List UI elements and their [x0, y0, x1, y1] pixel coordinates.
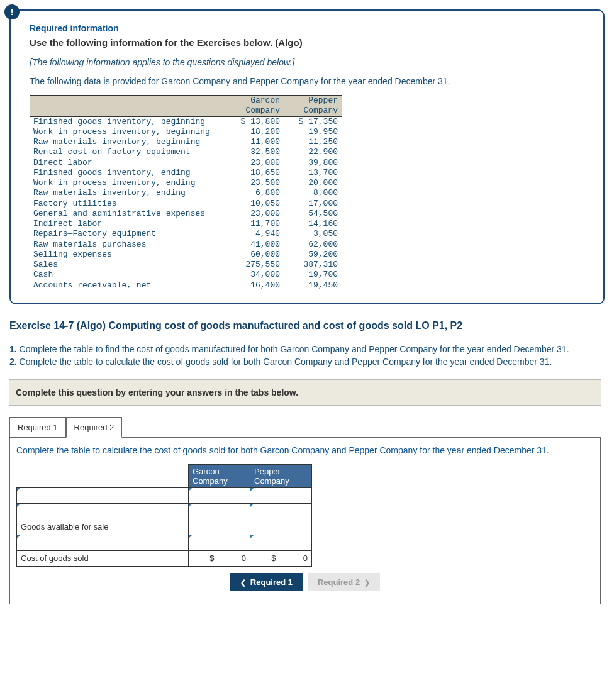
row-cogs-label: Cost of goods sold	[17, 550, 189, 566]
data-row-garcon: 275,550	[226, 260, 284, 270]
data-row-pepper: 20,000	[284, 178, 342, 188]
use-info-heading: Use the following information for the Ex…	[30, 37, 588, 48]
instruction-banner: Complete this question by entering your …	[9, 379, 601, 406]
data-row-label: Accounts receivable, net	[30, 281, 226, 291]
data-row-garcon: 32,500	[226, 147, 284, 157]
row-gafs-label: Goods available for sale	[17, 519, 189, 535]
data-row-label: Indirect labor	[30, 219, 226, 229]
data-row-garcon: 34,000	[226, 270, 284, 280]
data-row-pepper: 54,500	[284, 209, 342, 219]
data-row-label: Work in process inventory, ending	[30, 178, 226, 188]
exercise-title: Exercise 14-7 (Algo) Computing cost of g…	[9, 320, 605, 331]
tab-required-1[interactable]: Required 1	[9, 417, 66, 438]
data-row-garcon: 11,700	[226, 219, 284, 229]
prev-button[interactable]: ❮ Required 1	[230, 573, 303, 591]
instruction-2: 2. Complete the table to calculate the c…	[9, 357, 605, 367]
data-row-label: Repairs—Factory equipment	[30, 229, 226, 239]
data-row-pepper: 387,310	[284, 260, 342, 270]
data-row-pepper: 39,800	[284, 158, 342, 168]
data-row-garcon: 18,200	[226, 127, 284, 137]
garcon-gafs	[189, 519, 250, 535]
th-garcon: Garcon Company	[189, 464, 250, 487]
data-row-pepper: 17,000	[284, 199, 342, 209]
data-row-label: Factory utilities	[30, 199, 226, 209]
cogs-table: Garcon Company Pepper Company Goods avai…	[16, 464, 312, 567]
data-row-garcon: 41,000	[226, 240, 284, 250]
data-row-garcon: 10,050	[226, 199, 284, 209]
data-row-label: Sales	[30, 260, 226, 270]
pepper-input-2[interactable]	[250, 503, 312, 519]
data-row-pepper: 13,700	[284, 168, 342, 178]
pepper-cogs-value: $ 0	[250, 550, 312, 566]
data-row-garcon: 23,000	[226, 158, 284, 168]
data-row-pepper: 14,160	[284, 219, 342, 229]
data-row-label: Finished goods inventory, ending	[30, 168, 226, 178]
data-row-pepper: 19,450	[284, 281, 342, 291]
data-row-garcon: 60,000	[226, 250, 284, 260]
data-row-pepper: 59,200	[284, 250, 342, 260]
tab-description: Complete the table to calculate the cost…	[16, 445, 594, 455]
pepper-gafs	[250, 519, 312, 535]
col-pepper: PepperCompany	[284, 95, 342, 117]
data-row-pepper: 22,900	[284, 147, 342, 157]
chevron-right-icon: ❯	[364, 579, 370, 586]
data-row-pepper: 19,950	[284, 127, 342, 137]
row-label-input-3[interactable]	[17, 535, 189, 550]
tab-row: Required 1Required 2	[9, 417, 601, 438]
th-pepper: Pepper Company	[250, 464, 312, 487]
pepper-input-3[interactable]	[250, 535, 312, 550]
info-panel: ! Required information Use the following…	[9, 9, 605, 304]
data-row-label: Finished goods inventory, beginning	[30, 117, 226, 127]
required-info-label: Required information	[30, 23, 588, 33]
data-row-pepper: 8,000	[284, 188, 342, 198]
garcon-input-2[interactable]	[189, 503, 250, 519]
divider	[30, 52, 588, 52]
data-row-garcon: 23,000	[226, 209, 284, 219]
next-button[interactable]: Required 2 ❯	[308, 573, 380, 591]
data-row-label: Cash	[30, 270, 226, 280]
garcon-cogs-value: $ 0	[189, 550, 250, 566]
data-row-garcon: 23,500	[226, 178, 284, 188]
data-row-label: Raw materials inventory, beginning	[30, 137, 226, 147]
intro-text: The following data is provided for Garco…	[30, 76, 588, 86]
data-row-garcon: 18,650	[226, 168, 284, 178]
data-row-label: Direct labor	[30, 158, 226, 168]
data-row-pepper: $ 17,350	[284, 117, 342, 127]
data-row-label: Work in process inventory, beginning	[30, 127, 226, 137]
row-label-input-2[interactable]	[17, 503, 189, 519]
data-row-garcon: 16,400	[226, 281, 284, 291]
data-row-garcon: 4,940	[226, 229, 284, 239]
data-row-pepper: 3,050	[284, 229, 342, 239]
data-row-pepper: 11,250	[284, 137, 342, 147]
tab-content: Complete the table to calculate the cost…	[9, 437, 601, 604]
chevron-left-icon: ❮	[240, 579, 246, 586]
data-row-garcon: 6,800	[226, 188, 284, 198]
alert-badge-icon: !	[4, 4, 20, 19]
garcon-input-3[interactable]	[189, 535, 250, 550]
data-row-garcon: $ 13,800	[226, 117, 284, 127]
data-row-label: Raw materials purchases	[30, 240, 226, 250]
col-garcon: GarconCompany	[226, 95, 284, 117]
row-label-input-1[interactable]	[17, 487, 189, 503]
data-row-garcon: 11,000	[226, 137, 284, 147]
applies-note: [The following information applies to th…	[30, 57, 588, 67]
data-row-label: Rental cost on factory equipment	[30, 147, 226, 157]
instruction-1: 1. Complete the table to find the cost o…	[9, 344, 605, 354]
garcon-input-1[interactable]	[189, 487, 250, 503]
data-row-pepper: 62,000	[284, 240, 342, 250]
data-row-label: Raw materials inventory, ending	[30, 188, 226, 198]
pepper-input-1[interactable]	[250, 487, 312, 503]
data-row-pepper: 19,700	[284, 270, 342, 280]
company-data-table: GarconCompany PepperCompany Finished goo…	[30, 95, 342, 291]
nav-row: ❮ Required 1 Required 2 ❯	[16, 567, 594, 597]
data-row-label: General and administrative expenses	[30, 209, 226, 219]
tab-required-2[interactable]: Required 2	[66, 417, 123, 438]
data-row-label: Selling expenses	[30, 250, 226, 260]
answer-area: Complete this question by entering your …	[9, 379, 601, 604]
